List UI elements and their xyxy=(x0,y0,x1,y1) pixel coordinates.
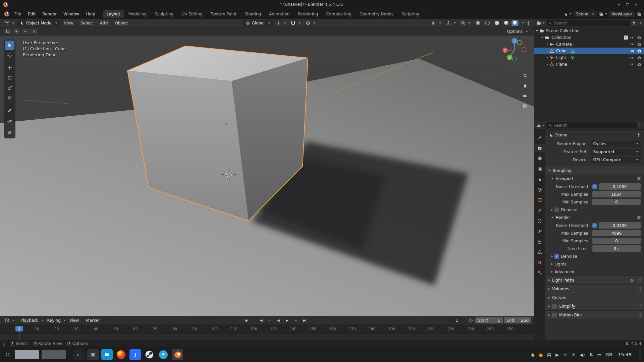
tray-media-icon[interactable]: ▶ xyxy=(555,352,559,357)
render-denoise-row[interactable]: Denoise xyxy=(545,252,644,260)
scene-selector[interactable]: Scene × xyxy=(574,11,597,17)
drag-handle-icon[interactable]: ⣿ xyxy=(638,287,641,291)
drag-handle-icon[interactable]: ⣿ xyxy=(638,295,641,300)
min-samples-value[interactable]: 0 xyxy=(592,238,641,244)
blender-app-icon[interactable] xyxy=(172,349,183,360)
annotate-tool[interactable] xyxy=(5,106,14,115)
viewport-canvas[interactable]: User Perspective (1) Collection | Cube R… xyxy=(0,36,534,316)
pan-hand-icon[interactable] xyxy=(521,82,529,90)
scale-tool[interactable] xyxy=(5,83,14,93)
measure-tool[interactable] xyxy=(5,116,14,125)
outliner-search-field[interactable] xyxy=(546,20,630,26)
toggle-ortho-icon[interactable] xyxy=(521,102,529,110)
shading-wireframe-button[interactable] xyxy=(483,20,492,26)
app-launcher-icon[interactable] xyxy=(3,349,12,360)
drag-handle-icon[interactable]: ⣿ xyxy=(638,168,641,173)
timeline-editor-type-button[interactable] xyxy=(3,317,16,324)
tab-output[interactable] xyxy=(535,155,545,163)
properties-search-field[interactable] xyxy=(546,122,637,128)
menu-help[interactable]: Help xyxy=(83,10,98,18)
maximize-button[interactable]: □ xyxy=(623,1,632,8)
tab-view-layer[interactable] xyxy=(535,165,545,173)
outliner-filter-icon[interactable] xyxy=(632,21,636,25)
current-frame-field[interactable]: 1 xyxy=(448,317,466,323)
select-mode-intersect-icon[interactable]: ∩ xyxy=(30,28,38,34)
mode-dropdown[interactable]: Object Mode xyxy=(17,20,60,26)
workspace-tab-layout[interactable]: Layout xyxy=(103,10,124,18)
workspace-tab-sculpting[interactable]: Sculpting xyxy=(151,10,177,18)
next-keyframe-button[interactable]: » xyxy=(292,317,300,323)
browse-viewlayer-icon[interactable] xyxy=(599,12,607,16)
menu-window[interactable]: Window xyxy=(60,10,82,18)
volumes-section-header[interactable]: Volumes ⣿ xyxy=(545,284,644,293)
timeline-menu-playback[interactable]: Playback xyxy=(17,317,42,324)
timeline-menu-marker[interactable]: Marker xyxy=(83,317,103,324)
menu-file[interactable]: File xyxy=(11,10,24,18)
viewport-options-dropdown[interactable]: Options xyxy=(505,28,530,35)
presets-icon[interactable] xyxy=(637,216,641,220)
expand-icon[interactable] xyxy=(547,57,548,59)
tab-particles[interactable] xyxy=(535,217,545,225)
jump-to-end-button[interactable]: ▶| xyxy=(301,317,308,323)
feature-set-dropdown[interactable]: Supported xyxy=(591,149,641,155)
motion-blur-section-header[interactable]: Motion Blur ⣿ xyxy=(545,310,644,319)
tray-display-icon[interactable]: ▭ xyxy=(597,352,601,357)
outliner-row-scene-collection[interactable]: Scene Collection xyxy=(534,27,644,34)
shading-dropdown-icon[interactable] xyxy=(520,22,524,24)
tray-brightness-icon[interactable]: ☀ xyxy=(572,352,576,357)
proportional-edit-button[interactable] xyxy=(304,20,317,26)
jump-to-start-button[interactable]: |◀ xyxy=(257,317,265,323)
outliner-editor-type-button[interactable] xyxy=(536,21,545,25)
advanced-row[interactable]: Advanced xyxy=(545,268,644,276)
properties-search-input[interactable] xyxy=(554,123,635,128)
add-cube-tool[interactable] xyxy=(5,128,14,137)
menu-render[interactable]: Render xyxy=(39,10,60,18)
lights-row[interactable]: Lights xyxy=(545,260,644,268)
workspace-tab-scripting[interactable]: Scripting xyxy=(398,10,423,18)
window-preview-active[interactable] xyxy=(15,350,39,359)
play-button[interactable]: ▶ xyxy=(283,317,291,323)
gizmo-minus-y-axis[interactable] xyxy=(518,41,522,45)
outliner-filter-dropdown-icon[interactable] xyxy=(640,22,642,24)
viewport-menu-add[interactable]: Add xyxy=(97,19,111,27)
max-samples-value[interactable]: 4096 xyxy=(592,230,641,236)
curves-section-header[interactable]: Curves ⣿ xyxy=(545,293,644,302)
toggle-xray-button[interactable] xyxy=(474,20,482,26)
tab-material[interactable] xyxy=(535,258,545,266)
show-overlays-button[interactable] xyxy=(459,20,473,26)
noise-threshold-value[interactable]: 0.1000 xyxy=(599,183,641,190)
gizmo-minus-z-axis[interactable] xyxy=(513,57,517,61)
play-reverse-button[interactable]: ◀ xyxy=(274,317,282,323)
light-paths-section-header[interactable]: Light Paths ⣿ xyxy=(545,276,644,284)
move-tool[interactable] xyxy=(5,63,14,72)
device-dropdown[interactable]: GPU Compute xyxy=(591,157,641,163)
expand-icon[interactable] xyxy=(547,63,548,65)
disable-render-camera-icon[interactable] xyxy=(636,49,642,53)
workspace-tab-shading[interactable]: Shading xyxy=(241,10,265,18)
firefox-app-icon[interactable] xyxy=(115,349,127,360)
start-frame-field[interactable]: Start 1 xyxy=(475,317,503,323)
expand-icon[interactable] xyxy=(541,37,543,38)
rotate-tool[interactable] xyxy=(5,73,14,82)
pivot-point-button[interactable] xyxy=(274,20,288,26)
tray-firefox-icon[interactable]: ● xyxy=(539,352,543,357)
select-mode-subtract-icon[interactable]: − xyxy=(21,28,29,34)
disable-render-camera-icon[interactable] xyxy=(636,42,642,47)
viewport-subsection-header[interactable]: Viewport xyxy=(545,175,644,183)
j-app-icon[interactable]: J xyxy=(129,349,141,360)
code-editor-app-icon[interactable]: ▣ xyxy=(87,349,99,360)
tray-volume-icon[interactable]: ◀) xyxy=(580,352,585,357)
expand-icon[interactable] xyxy=(547,43,548,45)
shading-rendered-button[interactable] xyxy=(512,20,519,26)
tray-keyboard-icon[interactable]: ⌨ xyxy=(606,352,612,357)
viewport-menu-view[interactable]: View xyxy=(61,19,76,27)
viewlayer-selector[interactable]: ViewLayer xyxy=(609,11,635,17)
tab-texture[interactable] xyxy=(535,269,545,277)
outliner-row-light[interactable]: Light xyxy=(534,54,644,61)
noise-threshold-checkbox[interactable] xyxy=(592,184,597,189)
viewport-denoise-row[interactable]: Denoise xyxy=(545,206,644,214)
disable-render-camera-icon[interactable] xyxy=(636,35,642,40)
hide-viewport-eye-icon[interactable] xyxy=(629,49,635,53)
zoom-icon[interactable] xyxy=(521,72,529,80)
transform-tool[interactable] xyxy=(5,93,14,103)
